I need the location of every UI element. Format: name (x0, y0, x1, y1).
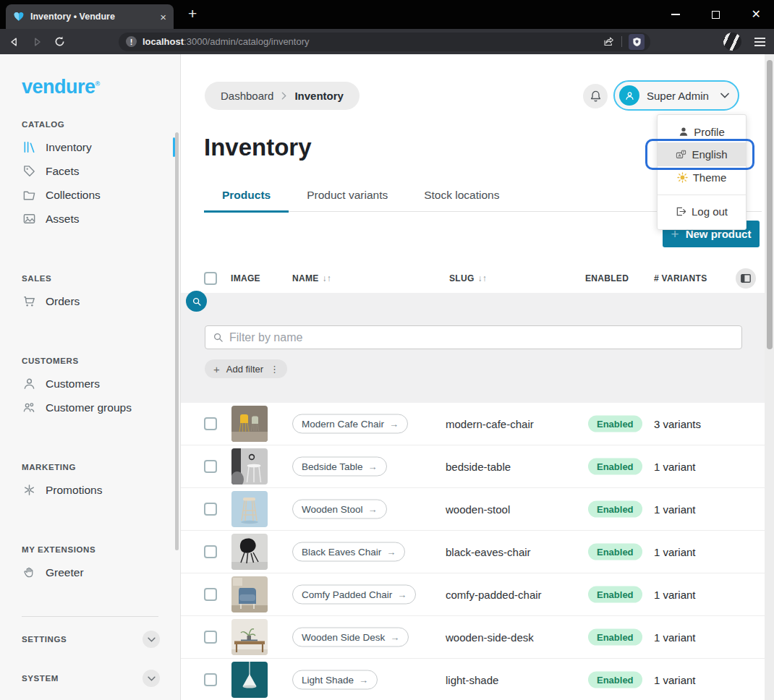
new-tab-icon[interactable]: + (188, 6, 197, 21)
breadcrumb[interactable]: Dashboard Inventory (205, 82, 360, 110)
kebab-menu-icon[interactable]: ⋮ (270, 364, 279, 375)
page-scrollbar[interactable] (765, 54, 774, 700)
menu-item-theme[interactable]: Theme (658, 166, 746, 188)
window-minimize-icon[interactable] (671, 14, 680, 15)
product-thumbnail[interactable] (231, 491, 268, 527)
menu-item-language[interactable]: English (658, 142, 746, 166)
tab-product-variants[interactable]: Product variants (289, 189, 406, 211)
column-header-name[interactable]: NAME↓↑ (292, 273, 331, 283)
product-thumbnail[interactable] (231, 534, 268, 570)
row-checkbox[interactable] (204, 503, 217, 516)
users-icon (22, 401, 36, 414)
sidebar-item-facets[interactable]: Facets (0, 159, 180, 183)
browser-tab[interactable]: Inventory • Vendure × (6, 4, 174, 29)
menu-item-logout[interactable]: Log out (658, 200, 746, 222)
arrow-right-icon: → (368, 461, 378, 472)
sidebar-scrollbar[interactable] (175, 132, 179, 550)
user-avatar-icon (619, 85, 639, 106)
user-name: Super Admin (647, 90, 713, 102)
page-title: Inventory (204, 134, 312, 161)
product-name-link[interactable]: Wooden Stool→ (292, 500, 387, 519)
product-name-link[interactable]: Bedside Table→ (292, 457, 387, 477)
row-checkbox[interactable] (204, 417, 217, 430)
scrollbar-thumb[interactable] (767, 60, 773, 349)
product-name-link[interactable]: Modern Cafe Chair→ (292, 414, 408, 434)
product-thumbnail[interactable] (231, 619, 268, 655)
column-header-slug[interactable]: SLUG↓↑ (449, 273, 487, 283)
table-row: Bedside Table→ bedside-table Enabled 1 v… (181, 445, 765, 488)
address-bar[interactable]: ! localhost:3000/admin/catalog/inventory (119, 33, 650, 51)
brave-shields-icon[interactable] (629, 34, 645, 50)
add-filter-button[interactable]: + Add filter ⋮ (205, 359, 287, 378)
chevron-down-icon[interactable] (143, 670, 160, 687)
product-name-link[interactable]: Black Eaves Chair→ (292, 542, 405, 562)
product-thumbnail[interactable] (231, 448, 268, 485)
sidebar-item-promotions[interactable]: Promotions (0, 478, 180, 502)
share-icon[interactable] (603, 36, 615, 47)
sidebar-item-greeter[interactable]: Greeter (0, 560, 180, 584)
section-label: CUSTOMERS (0, 357, 180, 365)
user-icon (22, 377, 36, 390)
row-checkbox[interactable] (204, 673, 217, 686)
product-name-link[interactable]: Comfy Padded Chair→ (292, 585, 416, 605)
chevron-right-icon (281, 92, 286, 100)
row-checkbox[interactable] (204, 545, 217, 558)
variant-count: 1 variant (654, 503, 696, 516)
reload-icon[interactable] (54, 35, 66, 48)
status-badge: Enabled (588, 501, 642, 518)
row-checkbox[interactable] (204, 460, 217, 473)
variant-count: 3 variants (654, 418, 701, 430)
tab-products[interactable]: Products (204, 189, 289, 211)
sidebar-item-collections[interactable]: Collections (0, 183, 180, 207)
back-icon[interactable] (9, 36, 20, 48)
table-header: IMAGE NAME↓↑ SLUG↓↑ ENABLED # VARIANTS (181, 264, 765, 293)
sidebar-item-customer-groups[interactable]: Customer groups (0, 396, 180, 419)
language-icon (676, 150, 686, 160)
sort-icon[interactable]: ↓↑ (323, 273, 332, 283)
menu-item-profile[interactable]: Profile (658, 121, 746, 142)
url-path: :3000/admin/catalog/inventory (184, 36, 309, 47)
browser-toolbar: ! localhost:3000/admin/catalog/inventory (0, 29, 774, 54)
sidebar-item-inventory[interactable]: Inventory (0, 135, 180, 159)
product-thumbnail[interactable] (231, 406, 268, 442)
section-label: CATALOG (0, 120, 180, 129)
sidebar-section-settings[interactable]: SETTINGS (0, 623, 180, 656)
sidebar-section-system[interactable]: SYSTEM (0, 662, 180, 695)
sort-icon[interactable]: ↓↑ (478, 273, 488, 283)
filter-input-wrap[interactable] (205, 325, 742, 349)
breadcrumb-dashboard[interactable]: Dashboard (221, 90, 273, 102)
user-dropdown-menu: Profile English Theme Log out (657, 114, 747, 230)
product-slug: bedside-table (446, 461, 511, 473)
browser-menu-icon[interactable] (754, 38, 765, 46)
sidebar-item-orders[interactable]: Orders (0, 289, 180, 313)
product-name-link[interactable]: Wooden Side Desk→ (292, 628, 409, 647)
chevron-down-icon[interactable] (143, 631, 160, 648)
column-settings-button[interactable] (736, 268, 756, 289)
url-host: localhost (143, 36, 184, 47)
window-close-icon[interactable]: ✕ (752, 9, 761, 20)
product-thumbnail[interactable] (231, 662, 268, 698)
library-icon (22, 140, 36, 154)
sun-icon (677, 172, 688, 183)
variant-count: 1 variant (654, 631, 696, 644)
plus-icon: + (213, 363, 220, 375)
arrow-right-icon: → (359, 675, 368, 686)
product-slug: black-eaves-chair (446, 546, 531, 558)
sidebar-item-assets[interactable]: Assets (0, 207, 180, 231)
row-checkbox[interactable] (204, 588, 217, 601)
window-maximize-icon[interactable] (712, 11, 720, 19)
select-all-checkbox[interactable] (204, 272, 217, 285)
search-toggle-button[interactable] (186, 291, 207, 312)
notifications-button[interactable] (583, 84, 608, 108)
site-info-icon[interactable]: ! (126, 36, 137, 47)
browser-profile-avatar[interactable] (723, 33, 741, 51)
product-name-link[interactable]: Light Shade→ (292, 670, 378, 690)
product-thumbnail[interactable] (231, 576, 268, 612)
filter-input[interactable] (229, 331, 734, 344)
row-checkbox[interactable] (204, 631, 217, 644)
sidebar-item-customers[interactable]: Customers (0, 372, 180, 396)
forward-icon[interactable] (31, 36, 43, 48)
user-menu-button[interactable]: Super Admin (613, 80, 739, 111)
tab-stock-locations[interactable]: Stock locations (406, 189, 517, 211)
tab-close-icon[interactable]: × (160, 12, 166, 22)
